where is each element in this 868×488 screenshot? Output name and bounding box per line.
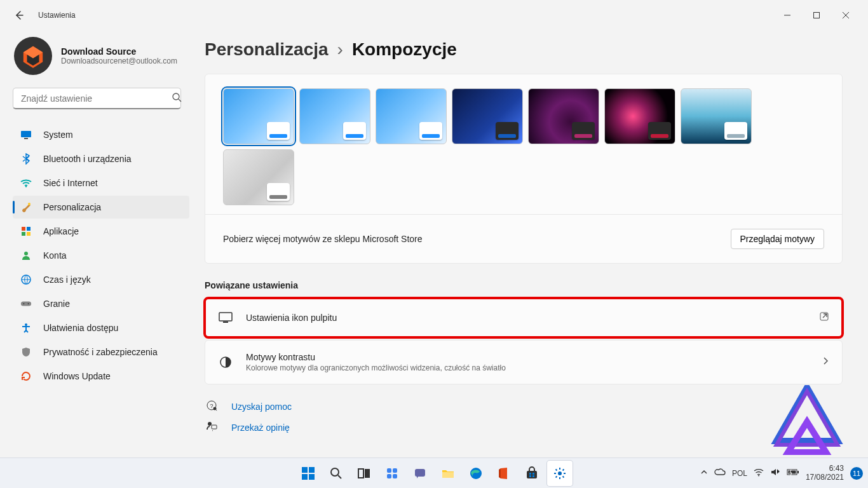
sidebar-item-brush[interactable]: Personalizacja	[13, 196, 189, 219]
sidebar-item-update[interactable]: Windows Update	[13, 365, 189, 388]
sidebar-item-label: System	[43, 130, 73, 140]
svg-rect-46	[529, 473, 531, 475]
sidebar-item-shield[interactable]: Prywatność i zabezpieczenia	[13, 341, 189, 363]
breadcrumb-parent[interactable]: Personalizacja	[205, 39, 329, 60]
svg-rect-15	[21, 301, 31, 306]
search-input[interactable]	[13, 88, 181, 109]
svg-rect-48	[529, 475, 531, 477]
sidebar-item-accessibility[interactable]: Ułatwienia dostępu	[13, 316, 189, 339]
svg-rect-38	[387, 468, 391, 473]
svg-rect-31	[302, 467, 308, 473]
task-view-button[interactable]	[351, 461, 377, 486]
settings-app-button[interactable]	[547, 461, 573, 486]
volume-icon[interactable]	[770, 468, 780, 478]
store-text: Pobierz więcej motywów ze sklepu Microso…	[223, 234, 423, 244]
svg-rect-47	[532, 473, 534, 475]
onedrive-icon[interactable]	[714, 468, 726, 478]
sidebar-item-account[interactable]: Konta	[13, 244, 189, 267]
sidebar-item-display[interactable]: System	[13, 123, 189, 146]
clock[interactable]: 6:43 17/08/2021	[806, 464, 844, 481]
theme-thumb-4[interactable]	[528, 88, 599, 144]
sidebar-item-label: Ułatwienia dostępu	[43, 323, 118, 333]
theme-thumb-7[interactable]	[223, 149, 294, 205]
svg-point-13	[24, 252, 28, 255]
taskbar-search-button[interactable]	[323, 461, 349, 486]
theme-thumb-1[interactable]	[299, 88, 370, 144]
gamepad-icon	[20, 298, 32, 309]
svg-rect-5	[21, 131, 31, 137]
wifi-icon[interactable]	[754, 468, 764, 478]
maximize-button[interactable]	[802, 5, 831, 25]
close-button[interactable]	[831, 5, 860, 25]
minimize-button[interactable]	[773, 5, 802, 25]
language-indicator[interactable]: POL	[732, 469, 747, 478]
svg-rect-36	[358, 469, 363, 478]
display-icon	[20, 129, 32, 140]
get-help-link[interactable]: ? Uzyskaj pomoc	[205, 396, 843, 417]
arrow-left-icon	[14, 10, 24, 20]
user-block[interactable]: Download Source Downloadsourcenet@outloo…	[14, 37, 189, 75]
svg-point-18	[25, 323, 27, 326]
browse-themes-button[interactable]: Przeglądaj motywy	[731, 229, 825, 249]
battery-icon[interactable]	[787, 468, 799, 478]
start-button[interactable]	[295, 461, 321, 486]
contrast-icon	[218, 355, 233, 370]
svg-point-51	[758, 475, 759, 477]
setting-row-0[interactable]: Ustawienia ikon pulpitu	[205, 298, 843, 337]
sidebar-item-label: Sieć i Internet	[43, 178, 98, 188]
svg-rect-32	[309, 467, 315, 473]
tray-chevron-icon[interactable]	[700, 468, 708, 478]
svg-point-17	[28, 303, 29, 304]
svg-rect-19	[219, 313, 232, 321]
sidebar-item-label: Prywatność i zabezpieczenia	[43, 347, 158, 357]
svg-rect-34	[309, 474, 315, 480]
help-icon: ?	[206, 400, 219, 413]
office-button[interactable]	[491, 461, 517, 486]
svg-rect-9	[22, 227, 25, 231]
edge-button[interactable]	[463, 461, 489, 486]
theme-thumb-3[interactable]	[452, 88, 523, 144]
sidebar-item-label: Personalizacja	[43, 202, 101, 212]
svg-rect-20	[223, 322, 228, 323]
svg-point-35	[331, 468, 339, 476]
update-icon	[20, 370, 32, 382]
svg-point-8	[28, 203, 31, 205]
sidebar-item-gamepad[interactable]: Granie	[13, 292, 189, 315]
feedback-link[interactable]: Przekaż opinię	[205, 417, 843, 438]
theme-thumb-5[interactable]	[604, 88, 675, 144]
svg-rect-6	[24, 138, 28, 139]
sidebar-item-label: Czas i język	[43, 274, 91, 285]
sidebar-item-label: Granie	[43, 299, 70, 309]
accessibility-icon	[20, 322, 32, 334]
setting-row-1[interactable]: Motywy kontrastuKolorowe motywy dla ogra…	[205, 340, 843, 384]
file-explorer-button[interactable]	[435, 461, 461, 486]
svg-rect-41	[393, 474, 397, 478]
svg-rect-42	[415, 469, 425, 477]
svg-rect-10	[27, 227, 31, 231]
svg-point-50	[558, 471, 562, 475]
sidebar-item-bluetooth[interactable]: Bluetooth i urządzenia	[13, 147, 189, 170]
svg-rect-39	[393, 468, 397, 473]
notification-badge[interactable]: 11	[850, 467, 863, 480]
sidebar-item-globe[interactable]: Czas i język	[13, 268, 189, 291]
theme-thumb-0[interactable]	[223, 88, 294, 144]
wifi-icon	[20, 177, 32, 189]
svg-point-16	[24, 303, 25, 304]
chat-button[interactable]	[407, 461, 433, 486]
breadcrumb-current: Kompozycje	[352, 39, 457, 60]
theme-thumb-6[interactable]	[681, 88, 752, 144]
sidebar-item-apps[interactable]: Aplikacje	[13, 220, 189, 243]
setting-title: Motywy kontrastu	[246, 352, 506, 362]
user-name: Download Source	[61, 46, 177, 57]
brush-icon	[20, 201, 32, 213]
store-button[interactable]	[519, 461, 545, 486]
avatar	[14, 37, 52, 75]
theme-thumb-2[interactable]	[376, 88, 447, 144]
overlay-logo-icon	[769, 385, 845, 455]
back-button[interactable]	[8, 4, 31, 27]
widgets-button[interactable]	[379, 461, 405, 486]
sidebar-item-wifi[interactable]: Sieć i Internet	[13, 172, 189, 194]
svg-marker-30	[788, 422, 826, 452]
globe-icon	[20, 274, 32, 285]
svg-rect-45	[527, 471, 537, 478]
